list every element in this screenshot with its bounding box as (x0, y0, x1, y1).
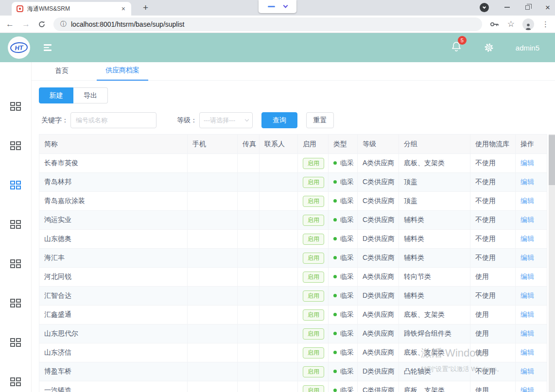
supplier-fax (238, 343, 260, 362)
supplier-fax (238, 268, 260, 287)
menu-grid-icon[interactable] (10, 259, 21, 268)
enabled-badge[interactable]: 启用 (303, 366, 324, 377)
table-row: 长春市英俊启用临采A类供应商底板、支架类不使用编辑 (39, 154, 547, 173)
enabled-cell: 启用 (298, 287, 329, 306)
enabled-badge[interactable]: 启用 (303, 328, 324, 340)
window-close-icon[interactable]: × (545, 3, 550, 12)
enabled-badge[interactable]: 启用 (303, 158, 324, 169)
recorder-chevron-down-icon[interactable] (283, 3, 288, 8)
window-restore-icon[interactable] (525, 5, 530, 10)
action-cell: 编辑 (516, 192, 547, 211)
notification-bell[interactable]: 5 (451, 41, 461, 54)
media-control-icon[interactable] (480, 3, 489, 12)
recorder-minimize-icon[interactable] (268, 6, 275, 7)
supplier-contact (260, 173, 298, 192)
menu-grid-icon[interactable] (10, 299, 21, 307)
enabled-badge[interactable]: 启用 (303, 290, 324, 302)
enabled-badge[interactable]: 启用 (303, 234, 324, 245)
enabled-badge[interactable]: 启用 (303, 253, 324, 264)
browser-menu-icon[interactable]: ⋮ (542, 20, 549, 29)
supplier-group: 蹄铁焊合组件类 (399, 324, 470, 343)
enabled-badge[interactable]: 启用 (303, 385, 324, 392)
supplier-group: 辅料类 (399, 230, 470, 249)
reset-button[interactable]: 重置 (306, 112, 334, 128)
address-bar[interactable]: ⓘ localhost:8001/htsrm/base/sup/suplist (53, 17, 482, 31)
level-select[interactable]: ---请选择--- (199, 112, 253, 128)
bookmark-star-icon[interactable]: ☆ (507, 19, 515, 29)
logistics-usage: 使用 (470, 306, 516, 324)
status-dot-icon (333, 256, 337, 259)
enabled-cell: 启用 (298, 343, 329, 362)
supplier-group: 辅料类 (399, 211, 470, 230)
main-content: 首页 供应商档案 新建 导出 关键字： 等级： ---请选择--- 查询 重置 (32, 62, 555, 392)
tab-close-icon[interactable]: × (121, 5, 126, 13)
enabled-badge[interactable]: 启用 (303, 347, 324, 358)
enabled-badge[interactable]: 启用 (303, 215, 324, 226)
menu-grid-icon[interactable] (10, 338, 21, 347)
edit-link[interactable]: 编辑 (520, 273, 534, 280)
supplier-mobile (188, 154, 238, 173)
supplier-fax (238, 154, 260, 173)
username[interactable]: admin5 (516, 44, 539, 52)
page-info-icon[interactable]: ⓘ (60, 20, 67, 29)
edit-link[interactable]: 编辑 (520, 216, 534, 223)
supplier-name: 汇鑫盛通 (39, 306, 188, 324)
supplier-group: 辅料类 (399, 249, 470, 268)
sidebar-collapse-icon[interactable] (44, 44, 52, 51)
status-dot-icon (333, 389, 337, 392)
logistics-usage: 不使用 (470, 211, 516, 230)
settings-button[interactable] (484, 42, 494, 53)
supplier-type: 临采 (329, 343, 358, 362)
edit-link[interactable]: 编辑 (520, 367, 534, 375)
supplier-level: C类供应商 (358, 173, 399, 192)
scrollbar-thumb[interactable] (549, 135, 555, 185)
back-icon[interactable]: ← (6, 20, 14, 28)
profile-avatar-icon[interactable] (522, 18, 534, 30)
password-key-icon[interactable] (490, 21, 500, 27)
menu-grid-icon[interactable] (10, 220, 21, 229)
search-button[interactable]: 查询 (261, 112, 297, 128)
reload-icon[interactable] (38, 20, 46, 28)
status-dot-icon (333, 275, 337, 278)
forward-icon[interactable]: → (22, 20, 30, 28)
supplier-type: 临采 (329, 230, 358, 249)
supplier-contact (260, 268, 298, 287)
action-cell: 编辑 (516, 362, 547, 381)
supplier-fax (238, 362, 260, 381)
edit-link[interactable]: 编辑 (520, 159, 534, 167)
export-button[interactable]: 导出 (73, 87, 108, 103)
supplier-contact (260, 211, 298, 230)
supplier-level: A类供应商 (358, 268, 399, 287)
enabled-badge[interactable]: 启用 (303, 272, 324, 283)
enabled-badge[interactable]: 启用 (303, 177, 324, 188)
new-tab-button[interactable]: + (140, 1, 151, 14)
window-minimize-icon[interactable] (504, 7, 510, 8)
tab-home[interactable]: 首页 (46, 67, 77, 80)
menu-grid-icon[interactable] (10, 141, 21, 150)
menu-grid-icon[interactable] (10, 102, 21, 111)
edit-link[interactable]: 编辑 (520, 178, 534, 186)
menu-grid-icon[interactable] (10, 377, 21, 386)
edit-link[interactable]: 编辑 (520, 329, 534, 337)
enabled-badge[interactable]: 启用 (303, 309, 324, 321)
edit-link[interactable]: 编辑 (520, 310, 534, 318)
enabled-cell: 启用 (298, 230, 329, 249)
new-button[interactable]: 新建 (39, 87, 73, 103)
tab-supplier-archive[interactable]: 供应商档案 (97, 66, 148, 81)
edit-link[interactable]: 编辑 (520, 291, 534, 299)
enabled-badge[interactable]: 启用 (303, 196, 324, 207)
edit-link[interactable]: 编辑 (520, 197, 534, 205)
supplier-type: 临采 (329, 306, 358, 324)
edit-link[interactable]: 编辑 (520, 254, 534, 261)
column-header: 手机 (188, 135, 238, 154)
keyword-input[interactable] (70, 112, 156, 128)
edit-link[interactable]: 编辑 (520, 386, 534, 392)
status-dot-icon (333, 294, 337, 297)
browser-tab[interactable]: 海通WMS&SRM × (12, 2, 131, 16)
supplier-type: 临采 (329, 324, 358, 343)
supplier-contact (260, 230, 298, 249)
menu-grid-icon[interactable] (10, 181, 21, 189)
action-cell: 编辑 (516, 211, 547, 230)
edit-link[interactable]: 编辑 (520, 235, 534, 242)
edit-link[interactable]: 编辑 (520, 348, 534, 356)
